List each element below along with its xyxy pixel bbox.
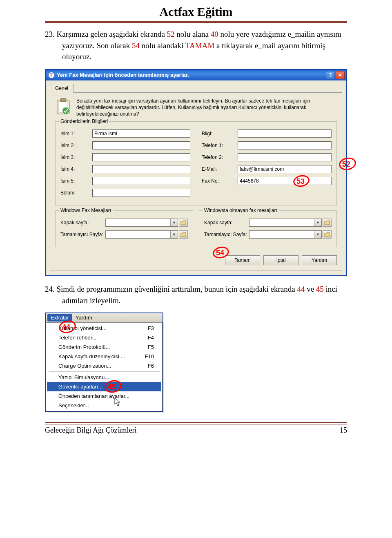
input-bilgi[interactable] bbox=[238, 129, 332, 138]
menu-screenshot: Extralar Yardım Kullanıcı yöneticisi...F… bbox=[45, 313, 163, 412]
app-icon bbox=[48, 72, 55, 78]
menu-security-settings[interactable]: Güvenlik ayarları... bbox=[47, 382, 161, 391]
paragraph-24: 24. Şimdi de programımızın güvenliğini a… bbox=[45, 284, 347, 306]
label-email: E-Mail: bbox=[202, 166, 238, 172]
footer-pagenum: 15 bbox=[340, 426, 347, 435]
menu-send-protocol[interactable]: Gönderim Protokolü...F5 bbox=[47, 342, 161, 352]
label-isim2: İsim 2: bbox=[60, 143, 92, 148]
combo-tamam-non[interactable]: ▼ bbox=[249, 230, 322, 239]
browse-button[interactable] bbox=[179, 219, 188, 227]
sender-group: Göndericilerin Bilgileri İsim 1: İsim 2:… bbox=[55, 121, 337, 205]
menu-printer-sim[interactable]: Yazıcı Simulasyonu... bbox=[47, 373, 161, 382]
label-bilgi: Bilgi: bbox=[202, 131, 238, 136]
cancel-button[interactable]: İptal bbox=[263, 255, 298, 265]
chevron-down-icon[interactable]: ▼ bbox=[314, 231, 321, 238]
chevron-down-icon[interactable]: ▼ bbox=[314, 219, 321, 226]
svg-rect-3 bbox=[60, 98, 66, 102]
header-rule bbox=[45, 21, 347, 23]
input-faxno[interactable] bbox=[238, 177, 332, 185]
combo-kapak-non[interactable]: ▼ bbox=[249, 219, 322, 227]
ok-button[interactable]: Tamam bbox=[225, 255, 260, 265]
input-isim3[interactable] bbox=[92, 153, 190, 161]
label-tamam-win: Tamamlayıcı Sayfa: bbox=[60, 232, 105, 237]
input-tel1[interactable] bbox=[238, 141, 332, 150]
label-isim4: İsim 4: bbox=[60, 166, 92, 172]
dialog-title: Yeni Fax Mesajları için önceden tanımlan… bbox=[57, 72, 325, 78]
menu-user-manager[interactable]: Kullanıcı yöneticisi...F3 bbox=[47, 324, 161, 333]
input-isim2[interactable] bbox=[92, 141, 190, 150]
label-isim5: İsim 5: bbox=[60, 178, 92, 184]
menu-phonebook[interactable]: Telefon rehberi..F4 bbox=[47, 333, 161, 342]
page-footer: Geleceğin Bilgi Ağı Çözümleri 15 bbox=[45, 422, 347, 435]
page-title: Actfax Eğitim bbox=[45, 0, 347, 21]
nonwindows-fax-group: Windowsta olmayan fax mesajları Kapak sa… bbox=[199, 210, 337, 247]
label-tamam-non: Tamamlayıcı Sayfa: bbox=[204, 232, 249, 237]
menu-cover-editor[interactable]: Kapak sayfa düzenleyicisi ...F10 bbox=[47, 352, 161, 361]
chevron-down-icon[interactable]: ▼ bbox=[170, 219, 178, 226]
label-bolum: Bölüm: bbox=[60, 190, 92, 196]
input-bolum[interactable] bbox=[92, 189, 190, 197]
label-kapak-win: Kapak sayfa: bbox=[60, 220, 105, 225]
settings-dialog: Yeni Fax Mesajları için önceden tanımlan… bbox=[45, 69, 347, 277]
windows-fax-group: Windows Fax Mesajları Kapak sayfa:▼ Tama… bbox=[55, 210, 193, 247]
help-icon[interactable]: ? bbox=[326, 71, 335, 79]
browse-button[interactable] bbox=[323, 219, 332, 227]
label-kapak-non: Kapak sayfa: bbox=[204, 220, 249, 225]
menubar-extralar[interactable]: Extralar bbox=[47, 314, 72, 321]
close-icon[interactable]: ✕ bbox=[336, 71, 345, 79]
browse-button[interactable] bbox=[179, 230, 188, 239]
tab-general[interactable]: Genel bbox=[50, 84, 74, 93]
label-faxno: Fax No: bbox=[202, 178, 238, 184]
dropdown-menu: Kullanıcı yöneticisi...F3 Telefon rehber… bbox=[46, 322, 163, 411]
menubar-yardim[interactable]: Yardım bbox=[72, 314, 96, 321]
label-tel2: Telefon 2: bbox=[202, 154, 238, 160]
label-tel1: Telefon 1: bbox=[202, 143, 238, 148]
paragraph-23: 23. Karşımıza gelen aşağıdaki ekranda 52… bbox=[45, 29, 347, 63]
input-email[interactable] bbox=[238, 165, 332, 173]
svg-point-4 bbox=[62, 107, 69, 114]
chevron-down-icon[interactable]: ▼ bbox=[170, 231, 178, 238]
menu-predefined-settings[interactable]: Önceden tanımlanan ayarlar... bbox=[47, 391, 161, 401]
input-isim4[interactable] bbox=[92, 165, 190, 173]
combo-tamam-win[interactable]: ▼ bbox=[105, 230, 178, 239]
annotation-52: 52 bbox=[342, 160, 350, 169]
menu-charge-opt[interactable]: Charge Optimization...F6 bbox=[47, 361, 161, 371]
help-button[interactable]: Yardım bbox=[302, 255, 337, 265]
label-isim3: İsim 3: bbox=[60, 154, 92, 160]
browse-button[interactable] bbox=[323, 230, 332, 239]
input-isim5[interactable] bbox=[92, 177, 190, 185]
clipboard-icon bbox=[55, 98, 71, 116]
dialog-titlebar: Yeni Fax Mesajları için önceden tanımlan… bbox=[46, 70, 346, 80]
footer-left: Geleceğin Bilgi Ağı Çözümleri bbox=[45, 426, 136, 435]
menu-separator bbox=[49, 371, 160, 372]
tab-panel: Burada yeni fax mesajı için varsayılan a… bbox=[50, 92, 342, 271]
intro-text: Burada yeni fax mesajı için varsayılan a… bbox=[76, 98, 337, 118]
input-isim1[interactable] bbox=[92, 129, 190, 138]
label-isim1: İsim 1: bbox=[60, 131, 92, 136]
combo-kapak-win[interactable]: ▼ bbox=[105, 219, 178, 227]
menubar: Extralar Yardım bbox=[46, 313, 163, 322]
menu-options[interactable]: Seçenekler... bbox=[47, 401, 161, 410]
input-tel2[interactable] bbox=[238, 153, 332, 161]
